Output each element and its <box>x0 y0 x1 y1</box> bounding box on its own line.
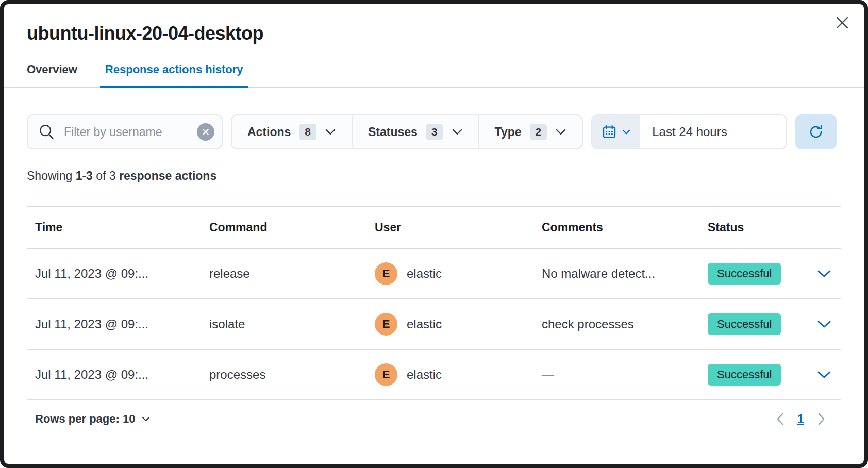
cell-command: isolate <box>201 317 366 331</box>
response-actions-table: Time Command User Comments Status Jul 11… <box>27 206 841 400</box>
command-value: processes <box>209 367 265 382</box>
cell-comments: — <box>533 367 699 382</box>
date-quick-select-button[interactable] <box>592 115 640 148</box>
rows-per-page-label: Rows per page: 10 <box>35 412 135 426</box>
table-row: Jul 11, 2023 @ 09:... processes E elasti… <box>27 350 841 400</box>
cell-comments: No malware detect... <box>533 266 699 281</box>
chevron-right-icon <box>817 412 826 426</box>
tab-response-actions-history[interactable]: Response actions history <box>100 58 248 87</box>
cell-expander <box>808 320 846 329</box>
cell-user: E elastic <box>366 363 533 386</box>
column-header-time: Time <box>27 221 201 235</box>
filter-toolbar: Actions 8 Statuses 3 Type 2 <box>27 114 841 149</box>
summary-showing: Showing <box>27 169 72 182</box>
comments-value: No malware detect... <box>542 266 655 281</box>
cell-expander <box>808 269 846 278</box>
actions-count-badge: 8 <box>299 124 316 140</box>
chevron-left-icon <box>776 412 784 426</box>
statuses-filter-label: Statuses <box>368 125 418 139</box>
filter-group: Actions 8 Statuses 3 Type 2 <box>231 114 583 149</box>
cell-expander <box>808 370 846 379</box>
chevron-down-icon <box>325 128 336 136</box>
cell-command: release <box>201 266 366 281</box>
cell-command: processes <box>201 367 366 382</box>
status-badge: Successful <box>708 263 781 285</box>
rows-per-page-button[interactable]: Rows per page: 10 <box>35 412 151 426</box>
host-flyout: ubuntu-linux-20-04-desktop Overview Resp… <box>0 0 868 468</box>
cell-time: Jul 11, 2023 @ 09:... <box>27 317 201 331</box>
table-header-row: Time Command User Comments Status <box>27 207 841 249</box>
statuses-count-badge: 3 <box>426 124 443 140</box>
cell-user: E elastic <box>366 313 533 336</box>
actions-filter-dropdown[interactable]: Actions 8 <box>232 115 352 148</box>
pagination: 1 <box>776 412 833 426</box>
refresh-button[interactable] <box>795 114 837 149</box>
tab-overview[interactable]: Overview <box>22 58 82 87</box>
column-header-status: Status <box>699 221 808 235</box>
cell-status: Successful <box>699 313 808 335</box>
type-filter-label: Type <box>495 125 522 139</box>
time-value: Jul 11, 2023 @ 09:... <box>35 367 148 382</box>
user-name: elastic <box>407 266 442 281</box>
column-header-user: User <box>366 221 533 235</box>
refresh-icon <box>808 124 824 140</box>
status-badge: Successful <box>708 364 781 386</box>
date-range-picker: Last 24 hours <box>591 114 787 149</box>
cell-status: Successful <box>699 263 808 285</box>
time-value: Jul 11, 2023 @ 09:... <box>35 266 148 281</box>
table-footer: Rows per page: 10 1 <box>27 412 841 426</box>
column-header-command: Command <box>201 221 366 235</box>
user-avatar: E <box>375 363 397 386</box>
type-count-badge: 2 <box>530 124 547 140</box>
user-avatar: E <box>375 313 397 336</box>
cell-status: Successful <box>699 364 808 386</box>
summary-of: of 3 <box>96 169 115 182</box>
chevron-down-icon <box>622 129 630 135</box>
command-value: isolate <box>209 317 245 331</box>
user-name: elastic <box>407 367 442 382</box>
table-row: Jul 11, 2023 @ 09:... isolate E elastic … <box>27 299 841 350</box>
statuses-filter-dropdown[interactable]: Statuses 3 <box>352 115 478 148</box>
cell-comments: check processes <box>533 317 699 331</box>
command-value: release <box>209 266 250 281</box>
actions-filter-label: Actions <box>247 125 291 139</box>
expand-row-button[interactable] <box>816 370 832 379</box>
page-title: ubuntu-linux-20-04-desktop <box>27 23 841 44</box>
tab-bar: Overview Response actions history <box>4 58 864 88</box>
type-filter-dropdown[interactable]: Type 2 <box>478 115 582 148</box>
comments-value: — <box>542 367 554 382</box>
clear-icon <box>202 128 210 136</box>
expand-row-button[interactable] <box>816 320 832 329</box>
user-avatar: E <box>375 262 397 285</box>
table-body: Jul 11, 2023 @ 09:... release E elastic … <box>27 249 841 400</box>
close-button[interactable] <box>831 11 854 34</box>
search-input[interactable] <box>64 125 197 139</box>
close-icon <box>833 14 851 31</box>
chevron-down-icon <box>816 370 832 379</box>
chevron-down-icon <box>452 128 463 136</box>
flyout-content: ubuntu-linux-20-04-desktop Overview Resp… <box>4 4 864 464</box>
chevron-down-icon <box>555 128 566 136</box>
expand-row-button[interactable] <box>816 269 832 278</box>
table-row: Jul 11, 2023 @ 09:... release E elastic … <box>27 249 841 299</box>
chevron-down-icon <box>816 320 832 329</box>
cell-time: Jul 11, 2023 @ 09:... <box>27 367 201 382</box>
page-number-1[interactable]: 1 <box>797 412 804 426</box>
summary-label: response actions <box>119 169 216 182</box>
username-search-box <box>27 114 223 149</box>
chevron-down-icon <box>141 416 151 422</box>
user-name: elastic <box>407 317 442 331</box>
clear-search-button[interactable] <box>197 123 214 141</box>
column-header-comments: Comments <box>533 221 699 235</box>
previous-page-button[interactable] <box>776 412 784 426</box>
comments-value: check processes <box>542 317 634 331</box>
results-summary: Showing 1-3 of 3 response actions <box>27 169 841 183</box>
chevron-down-icon <box>816 269 832 278</box>
cell-time: Jul 11, 2023 @ 09:... <box>27 266 201 281</box>
time-value: Jul 11, 2023 @ 09:... <box>35 317 148 331</box>
status-badge: Successful <box>708 313 781 335</box>
cell-user: E elastic <box>366 262 533 285</box>
next-page-button[interactable] <box>817 412 826 426</box>
date-range-value[interactable]: Last 24 hours <box>640 115 786 148</box>
search-icon <box>38 123 56 141</box>
